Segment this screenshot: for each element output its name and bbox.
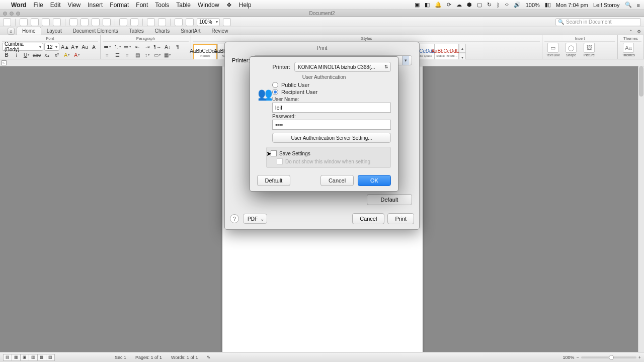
highlight-button[interactable]: A▾ — [62, 51, 71, 59]
line-spacing-button[interactable]: ↕▾ — [143, 51, 152, 59]
print-icon[interactable] — [53, 18, 61, 26]
auth-printer-dropdown[interactable]: KONICA MINOLTA bizhub C368(... — [294, 62, 391, 72]
columns-icon[interactable] — [158, 18, 166, 26]
menu-tools[interactable]: Tools — [155, 2, 169, 9]
template-icon[interactable] — [31, 18, 39, 26]
auth-cancel-button[interactable]: Cancel — [320, 175, 354, 186]
maximize-window-icon[interactable] — [16, 12, 20, 16]
borders-button[interactable]: ▦▾ — [163, 51, 172, 59]
minimize-window-icon[interactable] — [10, 12, 14, 16]
format-painter-icon[interactable] — [103, 18, 111, 26]
toolbox-icon[interactable] — [186, 18, 194, 26]
save-icon[interactable] — [42, 18, 50, 26]
menu-window[interactable]: Window — [198, 2, 219, 9]
zoom-slider[interactable] — [581, 356, 636, 358]
tab-layout[interactable]: Layout — [41, 27, 67, 35]
decrease-indent-button[interactable]: ⇤ — [133, 43, 142, 51]
new-doc-icon[interactable] — [3, 18, 11, 26]
recipient-user-radio[interactable]: Recipient User — [272, 88, 398, 96]
status-zoom[interactable]: 100% — [562, 355, 574, 360]
change-case-icon[interactable]: Aa — [80, 43, 89, 51]
view-focus-button[interactable]: ▧ — [46, 354, 55, 361]
auth-default-button[interactable]: Default — [257, 175, 290, 186]
tab-charts[interactable]: Charts — [149, 27, 175, 35]
display-icon[interactable]: ▢ — [477, 2, 482, 8]
menu-insert[interactable]: Insert — [88, 2, 103, 9]
spell-check-icon[interactable]: ✎ — [207, 355, 211, 360]
timemachine-icon[interactable]: ↻ — [487, 2, 492, 8]
multilevel-button[interactable]: ⩸▾ — [123, 43, 132, 51]
justify-button[interactable]: ▤ — [133, 51, 142, 59]
wifi-icon[interactable]: ⌔ — [505, 2, 509, 8]
bullets-button[interactable]: ≔▾ — [103, 43, 112, 51]
print-cancel-button[interactable]: Cancel — [352, 213, 384, 224]
dropbox-icon[interactable]: ⬢ — [467, 2, 472, 8]
subscript-button[interactable]: x₂ — [42, 51, 51, 59]
font-size-dropdown[interactable]: 12 — [44, 43, 59, 51]
tab-review[interactable]: Review — [206, 27, 234, 35]
insert-textbox[interactable]: ▭Text Box — [544, 43, 561, 57]
battery-percent[interactable]: 100% — [526, 2, 540, 8]
align-right-button[interactable]: ≡ — [123, 51, 132, 59]
help-icon[interactable] — [223, 18, 231, 26]
notification-icon[interactable]: ❖ — [226, 2, 232, 9]
font-name-dropdown[interactable]: Cambria (Body) — [2, 43, 43, 51]
clear-format-icon[interactable]: A̷ — [90, 43, 98, 51]
clock[interactable]: Mon 7:04 pm — [556, 2, 588, 8]
copy-icon[interactable] — [80, 18, 89, 26]
numbering-button[interactable]: ⒈▾ — [113, 43, 122, 51]
align-left-button[interactable]: ≡ — [103, 51, 112, 59]
spotlight-icon[interactable]: 🔍 — [625, 2, 632, 8]
grow-font-icon[interactable]: A▲ — [60, 43, 69, 51]
themes-button[interactable]: AaThemes — [620, 43, 637, 57]
menu-help[interactable]: Help — [239, 2, 252, 9]
ltr-button[interactable]: ¶→ — [153, 43, 162, 51]
zoom-in-button[interactable]: + — [638, 355, 641, 360]
status-icon[interactable]: ◧ — [425, 2, 430, 8]
sync-icon[interactable]: ⟳ — [447, 2, 451, 8]
view-outline-button[interactable]: ▦ — [12, 354, 21, 361]
password-input[interactable]: •••• — [272, 120, 391, 130]
public-user-radio[interactable]: Public User — [272, 81, 398, 88]
show-marks-icon[interactable] — [147, 18, 155, 26]
print-confirm-button[interactable]: Print — [387, 213, 414, 224]
save-settings-checkbox[interactable]: Save Settings — [271, 150, 386, 156]
battery-icon[interactable]: ▮▯ — [545, 2, 551, 8]
menu-font[interactable]: Font — [136, 2, 148, 9]
menu-edit[interactable]: Edit — [50, 2, 61, 9]
print-help-button[interactable]: ? — [230, 214, 239, 223]
view-print-button[interactable]: ▥ — [29, 354, 38, 361]
sort-button[interactable]: A↓ — [163, 43, 172, 51]
cut-icon[interactable] — [69, 18, 77, 26]
ribbon-home-icon[interactable]: ⌂ — [8, 28, 15, 35]
ribbon-collapse-icon[interactable]: ⌃ — [628, 29, 634, 35]
shading-button[interactable]: ▭▾ — [153, 51, 162, 59]
volume-icon[interactable]: 🔊 — [514, 2, 521, 8]
insert-picture[interactable]: 🖼Picture — [581, 43, 598, 57]
ribbon-options-icon[interactable]: ⚙ — [636, 29, 642, 35]
username-input[interactable]: leif — [272, 103, 391, 113]
tab-stop-icon[interactable]: ⌙ — [2, 60, 7, 65]
styles-scroll-up-icon[interactable]: ▴ — [459, 44, 466, 53]
scrollbar-thumb[interactable] — [639, 66, 643, 97]
redo-icon[interactable] — [130, 18, 138, 26]
font-color-button[interactable]: A▾ — [72, 51, 82, 59]
bluetooth-icon[interactable]: ᛒ — [497, 2, 500, 8]
notification-center-icon[interactable]: ≡ — [637, 2, 640, 8]
sidebar-icon[interactable] — [175, 18, 183, 26]
view-draft-button[interactable]: ▤ — [3, 354, 12, 361]
menu-table[interactable]: Table — [176, 2, 191, 9]
superscript-button[interactable]: x² — [52, 51, 61, 59]
close-window-icon[interactable] — [3, 12, 7, 16]
auth-ok-button[interactable]: OK — [358, 175, 391, 186]
bell-icon[interactable]: 🔔 — [435, 2, 442, 8]
status-icon[interactable]: ▣ — [415, 2, 420, 8]
tab-home[interactable]: Home — [17, 27, 41, 35]
increase-indent-button[interactable]: ⇥ — [143, 43, 152, 51]
paste-icon[interactable] — [92, 18, 100, 26]
tab-tables[interactable]: Tables — [124, 27, 149, 35]
user-name[interactable]: Leif Storoy — [593, 2, 620, 8]
view-publishing-button[interactable]: ▣ — [20, 354, 29, 361]
menu-format[interactable]: Format — [110, 2, 129, 9]
vertical-scrollbar[interactable] — [638, 66, 644, 352]
